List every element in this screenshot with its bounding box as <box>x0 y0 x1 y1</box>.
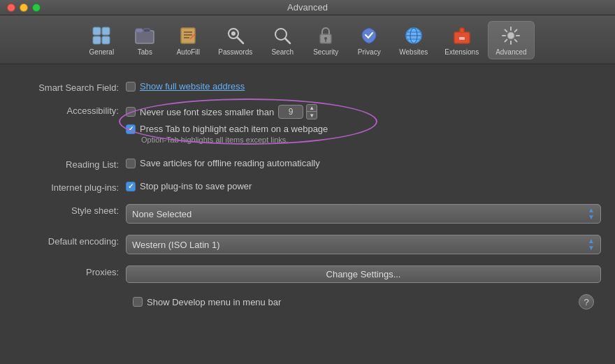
dropdown-arrows-icon: ▲ ▼ <box>588 207 595 221</box>
settings-content: Smart Search Field: Show full website ad… <box>0 64 615 364</box>
smart-search-row: Smart Search Field: Show full website ad… <box>14 81 601 93</box>
default-encoding-dropdown[interactable]: Western (ISO Latin 1) ▲ ▼ <box>126 235 601 254</box>
toolbar-item-search[interactable]: Search <box>261 21 303 59</box>
svg-rect-3 <box>102 36 110 44</box>
svg-rect-27 <box>459 37 465 40</box>
window-title: Advanced <box>287 2 328 13</box>
accessibility-row: Accessibility: Never use font sizes smal… <box>14 104 601 147</box>
svg-rect-0 <box>93 27 101 35</box>
svg-point-28 <box>507 32 514 39</box>
privacy-icon <box>358 24 380 47</box>
passwords-label: Passwords <box>218 48 252 56</box>
default-encoding-content: Western (ISO Latin 1) ▲ ▼ <box>126 235 601 254</box>
smart-search-label: Smart Search Field: <box>14 81 126 93</box>
svg-rect-4 <box>136 31 154 43</box>
proxies-label: Proxies: <box>14 265 126 277</box>
smart-search-content: Show full website address <box>126 81 601 92</box>
toolbar-item-general[interactable]: General <box>80 21 122 59</box>
tabs-icon <box>133 24 156 47</box>
smart-search-checkbox[interactable] <box>126 82 136 92</box>
stop-plugins-label: Stop plug-ins to save power <box>140 181 252 191</box>
bottom-row: Show Develop menu in menu bar ? <box>14 294 601 310</box>
spinner-up[interactable]: ▲ <box>307 105 317 112</box>
reading-list-option: Save articles for offline reading automa… <box>140 158 320 168</box>
style-sheet-content: None Selected ▲ ▼ <box>126 204 601 224</box>
spinner-down[interactable]: ▼ <box>307 112 317 119</box>
advanced-icon <box>500 24 522 47</box>
toolbar: General Tabs AutoFill <box>0 15 615 64</box>
svg-point-15 <box>231 31 236 36</box>
maximize-button[interactable] <box>32 3 41 12</box>
develop-menu-label: Show Develop menu in menu bar <box>147 297 281 307</box>
style-sheet-label: Style sheet: <box>14 204 126 216</box>
security-icon <box>314 24 337 47</box>
toolbar-item-advanced[interactable]: Advanced <box>488 21 534 59</box>
stop-plugins-checkbox[interactable] <box>126 182 136 191</box>
svg-rect-1 <box>102 27 110 35</box>
privacy-label: Privacy <box>358 48 381 56</box>
style-sheet-selected: None Selected <box>132 209 191 219</box>
toolbar-item-passwords[interactable]: Passwords <box>210 21 260 59</box>
font-size-checkbox[interactable] <box>126 107 136 117</box>
security-label: Security <box>313 48 338 56</box>
minimize-button[interactable] <box>20 3 28 12</box>
advanced-label: Advanced <box>495 48 526 56</box>
tab-highlight-checkbox[interactable] <box>126 124 136 134</box>
tabs-label: Tabs <box>138 48 152 56</box>
reading-list-label: Reading List: <box>14 158 126 170</box>
autofill-label: AutoFill <box>177 48 200 56</box>
default-encoding-selected: Western (ISO Latin 1) <box>132 240 219 250</box>
search-label: Search <box>271 48 294 56</box>
style-sheet-row: Style sheet: None Selected ▲ ▼ <box>14 204 601 224</box>
svg-line-14 <box>237 37 243 43</box>
toolbar-item-tabs[interactable]: Tabs <box>124 21 166 59</box>
toolbar-item-autofill[interactable]: AutoFill <box>167 21 209 59</box>
search-icon <box>271 24 294 47</box>
close-button[interactable] <box>7 3 15 12</box>
reading-list-row: Reading List: Save articles for offline … <box>14 158 601 170</box>
toolbar-item-security[interactable]: Security <box>305 21 347 59</box>
svg-line-36 <box>505 40 507 42</box>
tab-highlight-label: Press Tab to highlight each item on a we… <box>140 124 328 134</box>
svg-rect-5 <box>136 29 143 32</box>
window-controls <box>7 3 41 12</box>
svg-point-19 <box>324 37 327 40</box>
font-size-spinner: ▲ ▼ <box>278 104 317 119</box>
svg-rect-2 <box>93 36 101 44</box>
toolbar-item-websites[interactable]: Websites <box>391 21 435 59</box>
internet-plugins-row: Internet plug-ins: Stop plug-ins to save… <box>14 181 601 193</box>
reading-list-content: Save articles for offline reading automa… <box>126 158 601 168</box>
toolbar-item-privacy[interactable]: Privacy <box>348 21 390 59</box>
spinner-arrows: ▲ ▼ <box>306 104 317 119</box>
change-settings-button[interactable]: Change Settings... <box>126 265 601 283</box>
general-label: General <box>89 48 115 56</box>
websites-label: Websites <box>399 48 428 56</box>
tab-highlight-subtext: Option-Tab highlights all items except l… <box>141 136 601 144</box>
font-size-input[interactable] <box>278 105 303 119</box>
accessibility-content: Never use font sizes smaller than ▲ ▼ Pr… <box>126 104 601 147</box>
internet-plugins-label: Internet plug-ins: <box>14 181 126 193</box>
internet-plugins-content: Stop plug-ins to save power <box>126 181 601 191</box>
accessibility-label: Accessibility: <box>14 104 126 116</box>
svg-line-34 <box>515 40 517 42</box>
autofill-icon <box>177 24 199 47</box>
svg-line-33 <box>505 30 507 32</box>
style-sheet-dropdown[interactable]: None Selected ▲ ▼ <box>126 204 601 224</box>
extensions-icon <box>451 24 473 47</box>
smart-search-option[interactable]: Show full website address <box>140 81 245 92</box>
title-bar: Advanced <box>0 0 615 15</box>
proxies-row: Proxies: Change Settings... <box>14 265 601 283</box>
default-encoding-row: Default encoding: Western (ISO Latin 1) … <box>14 235 601 254</box>
default-encoding-label: Default encoding: <box>14 235 126 247</box>
help-button[interactable]: ? <box>579 294 594 310</box>
develop-menu-checkbox[interactable] <box>133 297 143 307</box>
proxies-content: Change Settings... <box>126 265 601 283</box>
toolbar-item-extensions[interactable]: Extensions <box>437 21 486 59</box>
encoding-dropdown-arrows-icon: ▲ ▼ <box>588 238 595 252</box>
extensions-label: Extensions <box>444 48 479 56</box>
general-icon <box>90 24 113 47</box>
reading-list-checkbox[interactable] <box>126 159 136 168</box>
svg-line-35 <box>515 30 517 32</box>
font-size-label: Never use font sizes smaller than <box>140 107 274 117</box>
svg-line-17 <box>285 38 290 43</box>
